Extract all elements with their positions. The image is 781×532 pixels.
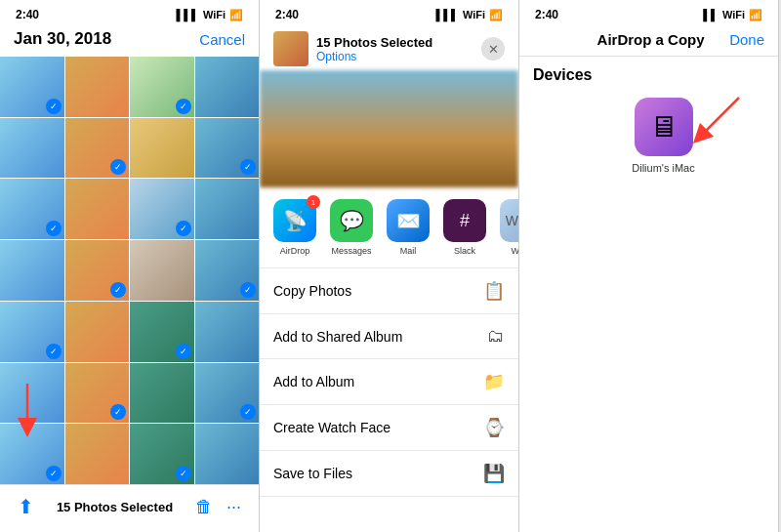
save-files-icon: 💾 bbox=[483, 463, 505, 484]
photo-cell[interactable]: ✓ bbox=[195, 240, 260, 301]
share-apps-row: 📡 1 AirDrop 💬 Messages ✉️ Mail # Slack bbox=[260, 187, 518, 268]
close-button[interactable]: ✕ bbox=[481, 37, 505, 61]
photo-cell[interactable] bbox=[0, 240, 64, 301]
airdrop-icon: 📡 1 bbox=[273, 199, 316, 242]
share-preview-image bbox=[260, 70, 518, 187]
photo-cell[interactable]: ✓ bbox=[65, 240, 130, 301]
time-3: 2:40 bbox=[535, 8, 558, 21]
screen2-share: 2:40 ▌▌▌ WiFi 📶 15 Photos Selected Optio… bbox=[260, 0, 519, 532]
airdrop-header: AirDrop a Copy Done bbox=[519, 25, 778, 56]
battery-icon: 📶 bbox=[229, 9, 243, 21]
photo-cell[interactable]: ✓ bbox=[65, 363, 130, 424]
photo-check: ✓ bbox=[46, 99, 62, 114]
battery-icon-2: 📶 bbox=[489, 9, 503, 21]
share-info: 15 Photos Selected Options bbox=[316, 35, 432, 63]
photo-cell[interactable] bbox=[195, 302, 260, 362]
photo-cell[interactable] bbox=[65, 179, 130, 239]
photo-cell[interactable]: ✓ bbox=[130, 424, 194, 484]
copy-photos-label: Copy Photos bbox=[273, 283, 351, 299]
airdrop-label: AirDrop bbox=[280, 246, 310, 256]
add-shared-album-label: Add to Shared Album bbox=[273, 329, 402, 345]
share-thumbnail bbox=[273, 31, 308, 66]
share-header: 15 Photos Selected Options ✕ bbox=[260, 25, 518, 70]
share-actions-list: Copy Photos 📋 Add to Shared Album 🗂 Add … bbox=[260, 268, 518, 532]
photo-cell[interactable]: ✓ bbox=[0, 302, 64, 362]
photo-cell[interactable] bbox=[195, 57, 260, 117]
app-messages[interactable]: 💬 Messages bbox=[330, 199, 373, 256]
photo-cell[interactable] bbox=[0, 118, 64, 179]
photo-cell[interactable]: ✓ bbox=[65, 118, 130, 179]
photo-cell[interactable] bbox=[130, 118, 194, 179]
wifi-icon: WiFi bbox=[203, 9, 226, 20]
app-slack[interactable]: # Slack bbox=[443, 199, 486, 256]
battery-icon-3: 📶 bbox=[749, 9, 762, 21]
share-header-left: 15 Photos Selected Options bbox=[273, 31, 432, 66]
bottom-icons: 🗑 ··· bbox=[195, 497, 241, 517]
save-files-action[interactable]: Save to Files 💾 bbox=[260, 451, 518, 497]
mail-label: Mail bbox=[400, 246, 417, 256]
photo-check: ✓ bbox=[110, 282, 126, 298]
photo-check: ✓ bbox=[176, 344, 191, 359]
photo-cell[interactable]: ✓ bbox=[195, 118, 260, 179]
bottom-bar: ⬆ 15 Photos Selected 🗑 ··· bbox=[0, 484, 259, 532]
wifi-icon-2: WiFi bbox=[463, 9, 485, 20]
time-1: 2:40 bbox=[16, 8, 39, 21]
status-icons-2: ▌▌▌ WiFi 📶 bbox=[435, 9, 503, 21]
share-icon[interactable]: ⬆ bbox=[18, 495, 34, 518]
photo-cell[interactable]: ✓ bbox=[0, 57, 64, 117]
create-watch-face-label: Create Watch Face bbox=[273, 420, 390, 435]
copy-photos-icon: 📋 bbox=[483, 280, 505, 302]
red-arrow-3 bbox=[651, 88, 749, 176]
add-album-icon: 📁 bbox=[483, 371, 505, 392]
photo-check: ✓ bbox=[240, 282, 256, 298]
signal-icon-3: ▌▌ bbox=[703, 9, 719, 20]
photo-cell[interactable] bbox=[195, 179, 260, 239]
more-icon[interactable]: ··· bbox=[226, 497, 241, 517]
photo-check: ✓ bbox=[176, 99, 191, 114]
copy-photos-action[interactable]: Copy Photos 📋 bbox=[260, 268, 518, 314]
photo-check: ✓ bbox=[46, 221, 62, 236]
photo-cell[interactable]: ✓ bbox=[0, 179, 64, 239]
add-shared-album-action[interactable]: Add to Shared Album 🗂 bbox=[260, 314, 518, 359]
signal-icon-2: ▌▌▌ bbox=[435, 9, 458, 20]
airdrop-badge: 1 bbox=[307, 195, 320, 209]
photo-check: ✓ bbox=[240, 404, 256, 420]
screen1-header: Jan 30, 2018 Cancel bbox=[0, 25, 259, 57]
more-label: Wh... bbox=[511, 246, 518, 256]
create-watch-face-icon: ⌚ bbox=[483, 417, 505, 438]
trash-icon[interactable]: 🗑 bbox=[195, 497, 213, 517]
done-button[interactable]: Done bbox=[729, 31, 764, 48]
photo-check: ✓ bbox=[110, 159, 126, 175]
app-airdrop[interactable]: 📡 1 AirDrop bbox=[273, 199, 316, 256]
date-label: Jan 30, 2018 bbox=[14, 29, 111, 49]
photo-cell[interactable]: ✓ bbox=[130, 179, 194, 239]
app-mail[interactable]: ✉️ Mail bbox=[387, 199, 430, 256]
photo-check: ✓ bbox=[46, 466, 62, 481]
add-shared-album-icon: 🗂 bbox=[487, 326, 505, 347]
photo-check: ✓ bbox=[240, 159, 256, 175]
status-bar-1: 2:40 ▌▌▌ WiFi 📶 bbox=[0, 0, 259, 25]
save-files-label: Save to Files bbox=[273, 466, 352, 481]
photo-cell[interactable]: ✓ bbox=[195, 363, 260, 424]
wifi-icon-3: WiFi bbox=[722, 9, 745, 20]
mail-icon: ✉️ bbox=[387, 199, 430, 242]
photo-cell[interactable]: ✓ bbox=[130, 57, 194, 117]
devices-area: 🖥 Dilium's iMac bbox=[519, 98, 778, 174]
photo-check: ✓ bbox=[176, 221, 191, 236]
photo-cell[interactable] bbox=[130, 240, 194, 301]
photo-cell[interactable] bbox=[130, 363, 194, 424]
share-options[interactable]: Options bbox=[316, 50, 432, 63]
add-album-action[interactable]: Add to Album 📁 bbox=[260, 359, 518, 405]
photo-cell[interactable] bbox=[195, 424, 260, 484]
add-album-label: Add to Album bbox=[273, 374, 354, 389]
create-watch-face-action[interactable]: Create Watch Face ⌚ bbox=[260, 405, 518, 451]
photo-cell[interactable] bbox=[0, 363, 64, 424]
photo-cell[interactable] bbox=[65, 302, 130, 362]
photo-cell[interactable]: ✓ bbox=[130, 302, 194, 362]
photo-cell[interactable] bbox=[65, 57, 130, 117]
app-more[interactable]: Wh... Wh... bbox=[500, 199, 518, 256]
photo-cell[interactable]: ✓ bbox=[0, 424, 64, 484]
cancel-button[interactable]: Cancel bbox=[199, 31, 245, 48]
photos-grid[interactable]: ✓ ✓ ✓ ✓ ✓ ✓ ✓ ✓ ✓ ✓ ✓ bbox=[0, 57, 259, 484]
photo-cell[interactable] bbox=[65, 424, 130, 484]
